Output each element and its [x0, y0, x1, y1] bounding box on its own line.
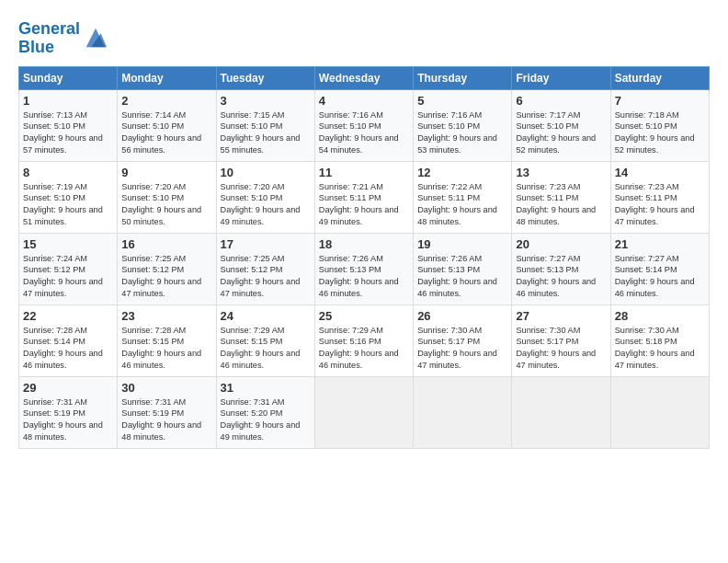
- day-number: 24: [221, 309, 311, 323]
- day-number: 2: [121, 94, 211, 108]
- day-number: 3: [221, 94, 311, 108]
- day-number: 4: [319, 94, 409, 108]
- calendar-cell-4-5: [512, 376, 610, 448]
- day-info: Sunrise: 7:25 AMSunset: 5:12 PMDaylight:…: [121, 254, 201, 299]
- day-number: 1: [23, 94, 113, 108]
- day-number: 19: [417, 237, 507, 251]
- day-info: Sunrise: 7:31 AMSunset: 5:19 PMDaylight:…: [23, 397, 103, 442]
- calendar-cell-4-4: [414, 376, 512, 448]
- day-info: Sunrise: 7:14 AMSunset: 5:10 PMDaylight:…: [121, 110, 201, 155]
- calendar-cell-1-3: 11 Sunrise: 7:21 AMSunset: 5:11 PMDaylig…: [314, 161, 413, 233]
- day-number: 10: [221, 166, 311, 179]
- calendar-cell-0-1: 2 Sunrise: 7:14 AMSunset: 5:10 PMDayligh…: [118, 89, 216, 161]
- calendar-cell-0-6: 7 Sunrise: 7:18 AMSunset: 5:10 PMDayligh…: [610, 89, 709, 161]
- day-number: 26: [417, 309, 507, 323]
- calendar-cell-2-3: 18 Sunrise: 7:26 AMSunset: 5:13 PMDaylig…: [314, 233, 413, 304]
- day-number: 7: [615, 94, 705, 108]
- calendar-week-2: 15 Sunrise: 7:24 AMSunset: 5:12 PMDaylig…: [19, 233, 710, 304]
- header-sunday: Sunday: [19, 66, 118, 89]
- header-tuesday: Tuesday: [216, 66, 314, 89]
- day-number: 28: [615, 309, 705, 323]
- day-number: 15: [23, 237, 113, 251]
- day-info: Sunrise: 7:17 AMSunset: 5:10 PMDaylight:…: [516, 110, 596, 155]
- logo-general: General: [18, 19, 80, 38]
- calendar-cell-4-2: 31 Sunrise: 7:31 AMSunset: 5:20 PMDaylig…: [216, 376, 314, 448]
- day-info: Sunrise: 7:22 AMSunset: 5:11 PMDaylight:…: [417, 182, 497, 227]
- day-number: 12: [417, 166, 507, 179]
- calendar-cell-3-1: 23 Sunrise: 7:28 AMSunset: 5:15 PMDaylig…: [118, 304, 216, 376]
- day-info: Sunrise: 7:16 AMSunset: 5:10 PMDaylight:…: [417, 110, 497, 155]
- logo-blue-text: Blue: [18, 39, 80, 57]
- header-thursday: Thursday: [414, 66, 512, 89]
- day-number: 6: [516, 94, 606, 108]
- day-info: Sunrise: 7:28 AMSunset: 5:15 PMDaylight:…: [121, 326, 201, 371]
- day-info: Sunrise: 7:28 AMSunset: 5:14 PMDaylight:…: [23, 326, 103, 371]
- logo-blue-word: Blue: [18, 38, 54, 56]
- day-number: 25: [319, 309, 409, 323]
- calendar-cell-3-6: 28 Sunrise: 7:30 AMSunset: 5:18 PMDaylig…: [610, 304, 709, 376]
- logo: General Blue: [18, 20, 108, 57]
- day-info: Sunrise: 7:30 AMSunset: 5:18 PMDaylight:…: [615, 326, 695, 371]
- day-info: Sunrise: 7:24 AMSunset: 5:12 PMDaylight:…: [23, 254, 103, 299]
- calendar-cell-4-6: [610, 376, 709, 448]
- calendar-cell-0-2: 3 Sunrise: 7:15 AMSunset: 5:10 PMDayligh…: [216, 89, 314, 161]
- day-info: Sunrise: 7:26 AMSunset: 5:13 PMDaylight:…: [319, 254, 399, 299]
- day-number: 27: [516, 309, 606, 323]
- day-number: 21: [615, 237, 705, 251]
- day-number: 20: [516, 237, 606, 251]
- day-number: 23: [121, 309, 211, 323]
- calendar-cell-2-6: 21 Sunrise: 7:27 AMSunset: 5:14 PMDaylig…: [610, 233, 709, 304]
- day-number: 13: [516, 166, 606, 179]
- day-info: Sunrise: 7:27 AMSunset: 5:14 PMDaylight:…: [615, 254, 695, 299]
- day-number: 5: [417, 94, 507, 108]
- day-info: Sunrise: 7:21 AMSunset: 5:11 PMDaylight:…: [319, 182, 399, 227]
- day-number: 18: [319, 237, 409, 251]
- calendar-cell-1-1: 9 Sunrise: 7:20 AMSunset: 5:10 PMDayligh…: [118, 161, 216, 233]
- calendar-cell-1-2: 10 Sunrise: 7:20 AMSunset: 5:10 PMDaylig…: [216, 161, 314, 233]
- day-info: Sunrise: 7:20 AMSunset: 5:10 PMDaylight:…: [221, 182, 301, 227]
- calendar-cell-3-0: 22 Sunrise: 7:28 AMSunset: 5:14 PMDaylig…: [19, 304, 118, 376]
- header-saturday: Saturday: [610, 66, 709, 89]
- calendar-cell-4-0: 29 Sunrise: 7:31 AMSunset: 5:19 PMDaylig…: [19, 376, 118, 448]
- calendar-week-4: 29 Sunrise: 7:31 AMSunset: 5:19 PMDaylig…: [19, 376, 710, 448]
- calendar-week-0: 1 Sunrise: 7:13 AMSunset: 5:10 PMDayligh…: [19, 89, 710, 161]
- page: General Blue SundayMondayTuesdayWednesda…: [0, 0, 728, 458]
- logo-icon: [83, 25, 108, 51]
- calendar-cell-1-0: 8 Sunrise: 7:19 AMSunset: 5:10 PMDayligh…: [19, 161, 118, 233]
- day-number: 17: [221, 237, 311, 251]
- day-info: Sunrise: 7:26 AMSunset: 5:13 PMDaylight:…: [417, 254, 497, 299]
- calendar-cell-2-2: 17 Sunrise: 7:25 AMSunset: 5:12 PMDaylig…: [216, 233, 314, 304]
- day-number: 30: [121, 381, 211, 395]
- day-info: Sunrise: 7:23 AMSunset: 5:11 PMDaylight:…: [516, 182, 596, 227]
- calendar-cell-3-3: 25 Sunrise: 7:29 AMSunset: 5:16 PMDaylig…: [314, 304, 413, 376]
- calendar-cell-1-4: 12 Sunrise: 7:22 AMSunset: 5:11 PMDaylig…: [414, 161, 512, 233]
- header: General Blue: [18, 17, 710, 57]
- day-info: Sunrise: 7:25 AMSunset: 5:12 PMDaylight:…: [221, 254, 301, 299]
- calendar-cell-3-5: 27 Sunrise: 7:30 AMSunset: 5:17 PMDaylig…: [512, 304, 610, 376]
- calendar-cell-0-3: 4 Sunrise: 7:16 AMSunset: 5:10 PMDayligh…: [314, 89, 413, 161]
- day-info: Sunrise: 7:23 AMSunset: 5:11 PMDaylight:…: [615, 182, 695, 227]
- day-info: Sunrise: 7:30 AMSunset: 5:17 PMDaylight:…: [417, 326, 497, 371]
- day-number: 16: [121, 237, 211, 251]
- calendar-cell-2-1: 16 Sunrise: 7:25 AMSunset: 5:12 PMDaylig…: [118, 233, 216, 304]
- logo-text: General: [18, 20, 80, 39]
- calendar-table: SundayMondayTuesdayWednesdayThursdayFrid…: [18, 66, 710, 449]
- calendar-cell-2-4: 19 Sunrise: 7:26 AMSunset: 5:13 PMDaylig…: [414, 233, 512, 304]
- day-info: Sunrise: 7:27 AMSunset: 5:13 PMDaylight:…: [516, 254, 596, 299]
- day-info: Sunrise: 7:13 AMSunset: 5:10 PMDaylight:…: [23, 110, 103, 155]
- day-info: Sunrise: 7:16 AMSunset: 5:10 PMDaylight:…: [319, 110, 399, 155]
- day-info: Sunrise: 7:19 AMSunset: 5:10 PMDaylight:…: [23, 182, 103, 227]
- calendar-cell-0-5: 6 Sunrise: 7:17 AMSunset: 5:10 PMDayligh…: [512, 89, 610, 161]
- day-info: Sunrise: 7:20 AMSunset: 5:10 PMDaylight:…: [121, 182, 201, 227]
- day-info: Sunrise: 7:31 AMSunset: 5:20 PMDaylight:…: [221, 397, 301, 442]
- day-info: Sunrise: 7:15 AMSunset: 5:10 PMDaylight:…: [221, 110, 301, 155]
- header-monday: Monday: [118, 66, 216, 89]
- calendar-cell-2-0: 15 Sunrise: 7:24 AMSunset: 5:12 PMDaylig…: [19, 233, 118, 304]
- day-info: Sunrise: 7:30 AMSunset: 5:17 PMDaylight:…: [516, 326, 596, 371]
- calendar-cell-0-0: 1 Sunrise: 7:13 AMSunset: 5:10 PMDayligh…: [19, 89, 118, 161]
- calendar-cell-1-5: 13 Sunrise: 7:23 AMSunset: 5:11 PMDaylig…: [512, 161, 610, 233]
- day-number: 31: [221, 381, 311, 395]
- calendar-cell-3-2: 24 Sunrise: 7:29 AMSunset: 5:15 PMDaylig…: [216, 304, 314, 376]
- calendar-week-1: 8 Sunrise: 7:19 AMSunset: 5:10 PMDayligh…: [19, 161, 710, 233]
- day-number: 14: [615, 166, 705, 179]
